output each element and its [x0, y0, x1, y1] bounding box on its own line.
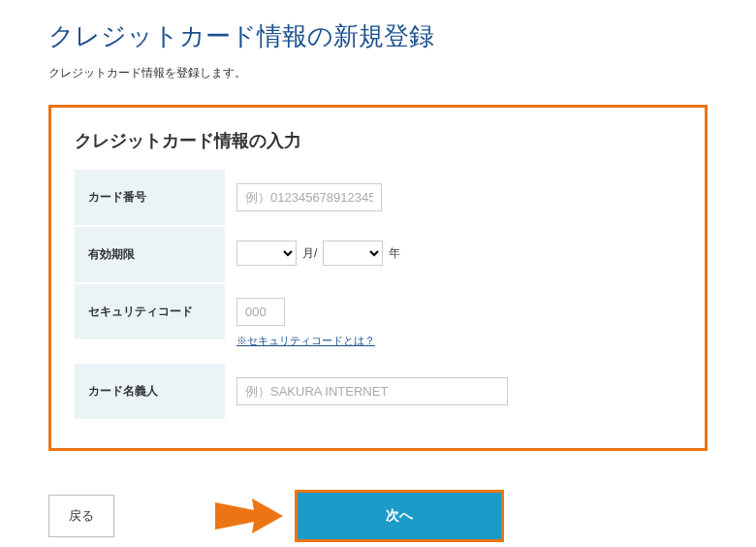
- security-code-input[interactable]: [236, 298, 285, 326]
- expiry-year-select[interactable]: [323, 241, 383, 266]
- expiry-year-suffix: 年: [389, 245, 400, 262]
- next-button[interactable]: 次へ: [298, 493, 501, 539]
- arrow-icon: [215, 493, 283, 539]
- next-button-highlight: 次へ: [295, 490, 504, 542]
- label-card-holder: カード名義人: [75, 364, 225, 419]
- svg-marker-0: [215, 499, 283, 533]
- security-code-help-link[interactable]: ※セキュリティコードとは？: [236, 334, 670, 348]
- label-expiry: 有効期限: [75, 227, 225, 282]
- row-card-holder: カード名義人: [75, 364, 681, 419]
- page-description: クレジットカード情報を登録します。: [48, 65, 708, 81]
- label-card-number: カード番号: [75, 170, 225, 225]
- back-button[interactable]: 戻る: [48, 495, 114, 537]
- card-number-input[interactable]: [236, 183, 382, 211]
- form-title: クレジットカード情報の入力: [75, 129, 681, 152]
- label-security-code: セキュリティコード: [75, 284, 225, 339]
- footer-buttons: 戻る 次へ: [48, 490, 708, 542]
- credit-card-form-box: クレジットカード情報の入力 カード番号 有効期限 月/ 年 セキュリティコード …: [48, 105, 708, 451]
- page-title: クレジットカード情報の新規登録: [48, 19, 708, 53]
- expiry-month-select[interactable]: [236, 241, 297, 266]
- row-card-number: カード番号: [75, 170, 681, 225]
- row-security-code: セキュリティコード ※セキュリティコードとは？: [75, 284, 681, 362]
- expiry-month-suffix: 月/: [302, 245, 317, 262]
- row-expiry: 有効期限 月/ 年: [75, 227, 681, 282]
- card-holder-input[interactable]: [236, 377, 508, 405]
